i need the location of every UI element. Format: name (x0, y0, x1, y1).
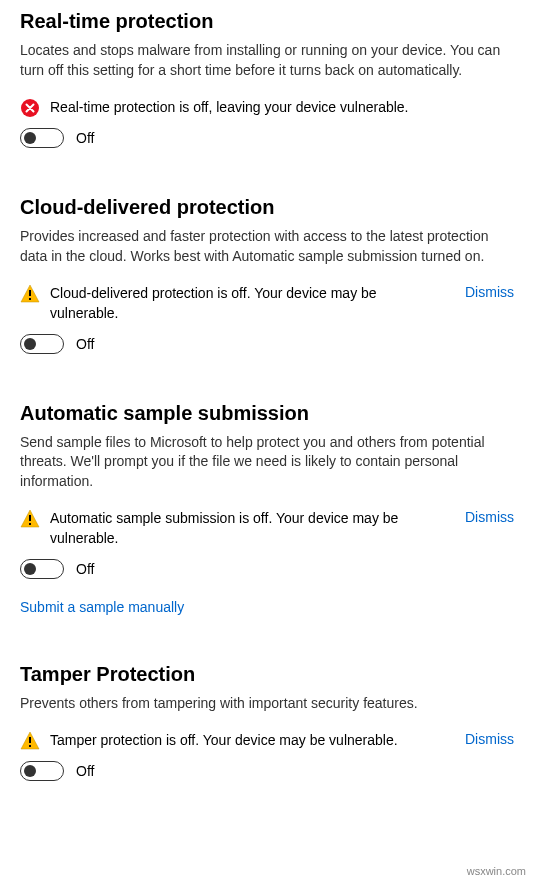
section-description: Send sample files to Microsoft to help p… (20, 433, 514, 492)
warning-icon (20, 731, 40, 751)
tamper-protection-toggle[interactable] (20, 761, 64, 781)
section-cloud-delivered-protection: Cloud-delivered protection Provides incr… (20, 196, 514, 353)
svg-rect-3 (29, 515, 31, 521)
dismiss-link[interactable]: Dismiss (465, 731, 514, 747)
toggle-row: Off (20, 559, 514, 579)
dismiss-link[interactable]: Dismiss (465, 284, 514, 300)
status-text: Tamper protection is off. Your device ma… (50, 731, 447, 751)
warning-icon (20, 509, 40, 529)
status-text: Cloud-delivered protection is off. Your … (50, 284, 447, 323)
dismiss-link[interactable]: Dismiss (465, 509, 514, 525)
svg-rect-6 (29, 745, 31, 747)
toggle-row: Off (20, 128, 514, 148)
svg-rect-1 (29, 290, 31, 296)
section-description: Locates and stops malware from installin… (20, 41, 514, 80)
section-title: Real-time protection (20, 10, 514, 33)
section-realtime-protection: Real-time protection Locates and stops m… (20, 10, 514, 148)
svg-rect-5 (29, 737, 31, 743)
svg-rect-4 (29, 523, 31, 525)
section-description: Provides increased and faster protection… (20, 227, 514, 266)
status-text: Automatic sample submission is off. Your… (50, 509, 447, 548)
section-title: Cloud-delivered protection (20, 196, 514, 219)
sample-submission-toggle[interactable] (20, 559, 64, 579)
error-icon (20, 98, 40, 118)
status-text: Real-time protection is off, leaving you… (50, 98, 514, 118)
toggle-label: Off (76, 561, 94, 577)
toggle-row: Off (20, 334, 514, 354)
svg-rect-2 (29, 298, 31, 300)
toggle-row: Off (20, 761, 514, 781)
status-row: Automatic sample submission is off. Your… (20, 509, 514, 548)
status-row: Cloud-delivered protection is off. Your … (20, 284, 514, 323)
section-automatic-sample-submission: Automatic sample submission Send sample … (20, 402, 514, 615)
status-row: Tamper protection is off. Your device ma… (20, 731, 514, 751)
realtime-protection-toggle[interactable] (20, 128, 64, 148)
section-tamper-protection: Tamper Protection Prevents others from t… (20, 663, 514, 782)
section-description: Prevents others from tampering with impo… (20, 694, 514, 714)
submit-sample-manually-link[interactable]: Submit a sample manually (20, 599, 184, 615)
toggle-label: Off (76, 336, 94, 352)
toggle-label: Off (76, 130, 94, 146)
section-title: Automatic sample submission (20, 402, 514, 425)
cloud-protection-toggle[interactable] (20, 334, 64, 354)
section-title: Tamper Protection (20, 663, 514, 686)
status-row: Real-time protection is off, leaving you… (20, 98, 514, 118)
toggle-label: Off (76, 763, 94, 779)
warning-icon (20, 284, 40, 304)
